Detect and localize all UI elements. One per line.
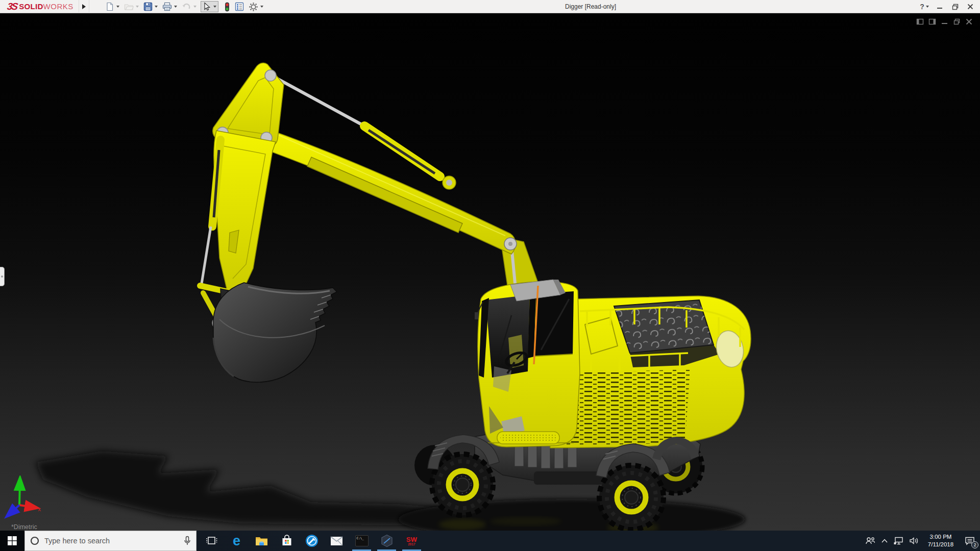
- support-tool-button[interactable]: [299, 531, 324, 551]
- hexagon-app-icon: [380, 534, 394, 547]
- brand-solid-label: SOLID: [19, 2, 43, 11]
- taskbar-search[interactable]: [24, 531, 197, 551]
- command-prompt-icon: C:\_: [355, 535, 369, 546]
- settings-caret-icon[interactable]: [260, 6, 263, 8]
- solidworks-window: 3S SOLIDWORKS: [0, 0, 980, 551]
- action-center-button[interactable]: 2: [960, 531, 980, 551]
- tray-time: 3:00 PM: [924, 533, 958, 541]
- open-caret-icon: [136, 6, 139, 8]
- 3d-viewport[interactable]: X *Dimetric: [0, 13, 980, 531]
- cortana-icon: [30, 536, 39, 545]
- display-pane-toggle-button[interactable]: [928, 18, 936, 26]
- orientation-label: *Dimetric: [11, 523, 37, 531]
- save-button[interactable]: [143, 1, 158, 12]
- open-folder-icon: [124, 2, 134, 11]
- open-button[interactable]: [124, 1, 139, 12]
- help-button[interactable]: ?: [918, 1, 931, 13]
- file-explorer-button[interactable]: [249, 531, 274, 551]
- windows-logo-icon: [8, 536, 17, 545]
- solidworks-2017-icon: SW 2017: [406, 535, 417, 546]
- notification-badge: 2: [971, 541, 978, 548]
- brand-works-label: WORKS: [43, 2, 74, 11]
- feature-tree-tab[interactable]: [0, 267, 5, 286]
- print-caret-icon[interactable]: [174, 6, 177, 8]
- volume-button[interactable]: [906, 531, 922, 551]
- options-button[interactable]: [234, 1, 244, 12]
- tray-overflow-button[interactable]: [878, 531, 891, 551]
- restore-view-button[interactable]: [953, 18, 961, 26]
- task-view-button[interactable]: [199, 531, 224, 551]
- close-button[interactable]: [964, 1, 977, 13]
- panel-left-icon: [916, 18, 924, 26]
- undo-button[interactable]: [181, 1, 197, 12]
- save-floppy-icon: [143, 2, 153, 11]
- close-icon: [967, 4, 973, 10]
- undo-caret-icon: [193, 6, 197, 8]
- gear-icon: [249, 2, 258, 12]
- excavator-model: [0, 13, 980, 531]
- microphone-icon[interactable]: [184, 536, 191, 546]
- people-icon: [865, 537, 875, 545]
- new-caret-icon[interactable]: [116, 6, 119, 8]
- window-controls: ?: [918, 0, 977, 13]
- select-caret-icon[interactable]: [213, 6, 216, 8]
- search-input[interactable]: [44, 537, 184, 545]
- rebuild-button[interactable]: [224, 1, 231, 12]
- menu-flyout-button[interactable]: [79, 0, 89, 13]
- edge-button[interactable]: e: [224, 531, 249, 551]
- minimize-button[interactable]: [933, 1, 946, 13]
- wheel-front-left: [432, 454, 493, 515]
- traffic-light-icon: [224, 2, 230, 12]
- restore-icon: [952, 4, 959, 10]
- new-document-button[interactable]: [105, 1, 120, 12]
- system-tray: 3:00 PM 7/11/2018 2: [863, 531, 980, 551]
- network-button[interactable]: [891, 531, 906, 551]
- command-prompt-button[interactable]: C:\_: [349, 531, 374, 551]
- bucket: [213, 283, 337, 382]
- print-button[interactable]: [162, 1, 178, 12]
- close-icon: [965, 18, 973, 26]
- orientation-triad-icon: X: [4, 475, 48, 523]
- play-arrow-icon: [82, 4, 86, 9]
- window-title: Digger [Read-only]: [565, 0, 616, 13]
- people-button[interactable]: [863, 531, 878, 551]
- task-view-icon: [206, 535, 217, 546]
- minimize-view-button[interactable]: [941, 18, 948, 26]
- feature-pane-toggle-button[interactable]: [916, 18, 924, 26]
- store-button[interactable]: [274, 531, 299, 551]
- settings-button[interactable]: [248, 1, 264, 12]
- help-caret-icon: [926, 6, 929, 8]
- cab: [475, 280, 580, 447]
- solidworks-logo: 3S SOLIDWORKS: [0, 0, 79, 13]
- file-explorer-icon: [255, 536, 268, 546]
- save-caret-icon[interactable]: [155, 6, 158, 8]
- chevron-up-icon: [881, 539, 888, 543]
- minimize-icon: [937, 4, 943, 10]
- select-tool-button[interactable]: [201, 1, 218, 12]
- store-icon: [281, 535, 293, 547]
- dassault-3s-icon: 3S: [6, 1, 17, 12]
- close-view-button[interactable]: [965, 18, 973, 26]
- mail-icon: [330, 536, 343, 546]
- select-cursor-icon: [203, 2, 211, 11]
- property-list-icon: [235, 2, 244, 11]
- step-platform: [497, 432, 559, 444]
- mail-button[interactable]: [324, 531, 349, 551]
- restore-icon: [953, 18, 961, 26]
- undo-arrow-icon: [182, 2, 191, 11]
- clock[interactable]: 3:00 PM 7/11/2018: [924, 533, 958, 548]
- speaker-icon: [910, 537, 919, 545]
- restore-button[interactable]: [948, 1, 962, 13]
- taskbar: e: [0, 531, 980, 551]
- edge-icon: e: [233, 534, 240, 548]
- 3d-app-button[interactable]: [374, 531, 399, 551]
- solidworks-app-button[interactable]: SW 2017: [399, 531, 424, 551]
- wrench-circle-icon: [305, 534, 318, 547]
- tray-date: 7/11/2018: [924, 541, 958, 548]
- new-document-icon: [105, 2, 114, 11]
- minimize-icon: [941, 18, 948, 26]
- tab-dot-icon: [1, 276, 3, 278]
- quick-toolbar: [105, 0, 267, 13]
- titlebar: 3S SOLIDWORKS: [0, 0, 980, 13]
- start-button[interactable]: [0, 531, 24, 551]
